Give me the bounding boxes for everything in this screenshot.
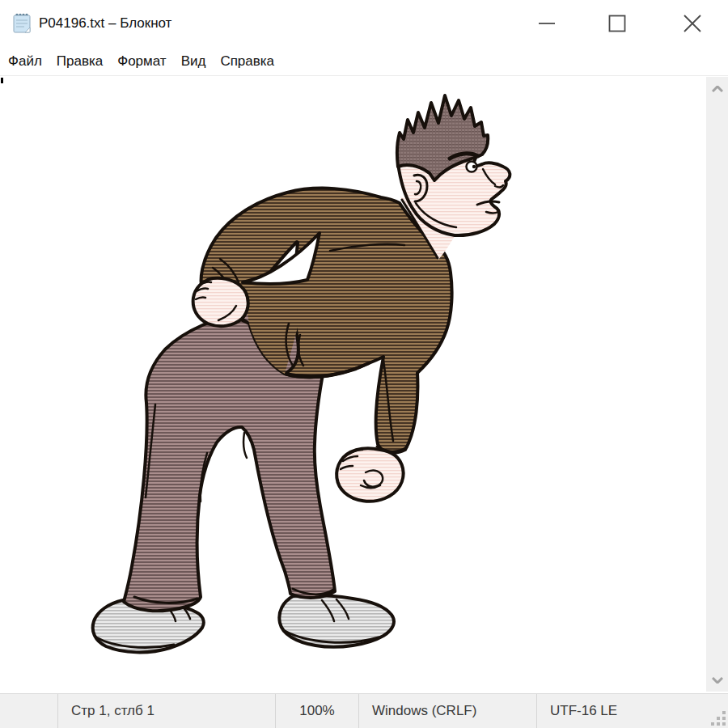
vertical-scrollbar[interactable] xyxy=(706,77,728,692)
man-left-fist xyxy=(193,278,248,326)
man-right-fist xyxy=(336,448,403,502)
chevron-up-icon xyxy=(712,86,723,92)
notepad-window: P04196.txt – Блокнот Файл Правка Формат … xyxy=(0,0,728,728)
status-cursor-position: Стр 1, стлб 1 xyxy=(57,694,275,728)
scroll-down-button[interactable] xyxy=(706,670,728,690)
status-zoom-level: 100% xyxy=(275,694,358,728)
status-bar: Стр 1, стлб 1 100% Windows (CRLF) UTF-16… xyxy=(0,693,728,728)
text-edit-area[interactable] xyxy=(0,77,728,692)
status-line-ending: Windows (CRLF) xyxy=(358,694,536,728)
status-encoding: UTF-16 LE xyxy=(536,694,728,728)
resize-grip[interactable] xyxy=(709,709,726,726)
man-illustration xyxy=(0,0,728,728)
status-segment-empty xyxy=(0,694,57,728)
chevron-down-icon xyxy=(712,677,723,684)
scroll-up-button[interactable] xyxy=(706,78,728,99)
